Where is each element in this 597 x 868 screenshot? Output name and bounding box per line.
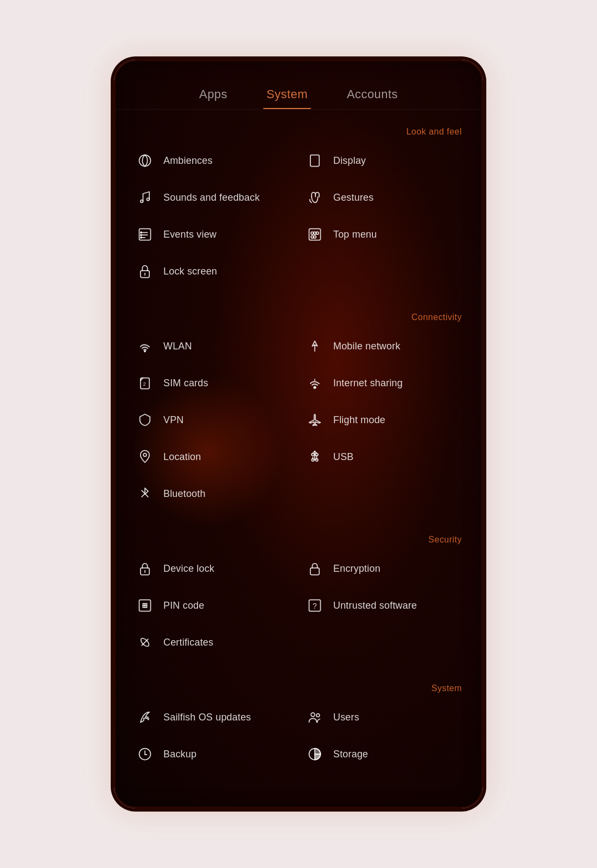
tab-bar: Apps System Accounts xyxy=(116,61,481,110)
pin-code-icon xyxy=(135,596,155,615)
main-content: Apps System Accounts Look and feel Ambie… xyxy=(116,61,481,807)
wlan-icon xyxy=(135,336,155,356)
svg-point-29 xyxy=(315,459,318,462)
section-label-security: Security xyxy=(116,522,481,550)
top-menu-icon xyxy=(305,225,325,244)
menu-item-lock-screen[interactable]: Lock screen xyxy=(129,253,298,290)
menu-item-events-view[interactable]: Events view xyxy=(129,216,298,253)
section-label-connectivity: Connectivity xyxy=(116,299,481,328)
backup-icon xyxy=(135,744,155,764)
menu-item-backup[interactable]: Backup xyxy=(129,736,298,773)
menu-item-wlan[interactable]: WLAN xyxy=(129,328,298,365)
phone-container: Apps System Accounts Look and feel Ambie… xyxy=(114,60,483,808)
svg-rect-31 xyxy=(315,454,318,456)
menu-item-certificates[interactable]: Certificates xyxy=(129,624,298,661)
certificates-icon xyxy=(135,633,155,652)
events-view-label: Events view xyxy=(163,229,217,240)
svg-point-10 xyxy=(141,237,142,238)
tab-apps[interactable]: Apps xyxy=(180,81,247,109)
encryption-label: Encryption xyxy=(333,563,380,575)
pin-code-label: PIN code xyxy=(163,600,204,611)
untrusted-software-label: Untrusted software xyxy=(333,600,417,611)
section-label-system: System xyxy=(116,671,481,699)
sounds-label: Sounds and feedback xyxy=(163,192,260,203)
menu-item-vpn[interactable]: VPN xyxy=(129,401,298,438)
svg-point-8 xyxy=(141,232,142,233)
flight-mode-label: Flight mode xyxy=(333,414,385,426)
usb-label: USB xyxy=(333,451,354,463)
connectivity-grid: WLAN Mobile network 2 SIM cards Internet… xyxy=(116,328,481,512)
sim-cards-label: SIM cards xyxy=(163,378,208,389)
menu-item-display[interactable]: Display xyxy=(298,142,468,179)
lock-screen-icon xyxy=(135,261,155,281)
wlan-label: WLAN xyxy=(163,341,192,352)
tab-accounts[interactable]: Accounts xyxy=(327,81,417,109)
location-label: Location xyxy=(163,451,201,463)
svg-text:2: 2 xyxy=(143,381,146,387)
storage-label: Storage xyxy=(333,749,368,760)
menu-item-pin-code[interactable]: PIN code xyxy=(129,587,298,624)
menu-item-top-menu[interactable]: Top menu xyxy=(298,216,468,253)
system-grid: Sailfish OS updates Users Backup Storage xyxy=(116,699,481,773)
vpn-label: VPN xyxy=(163,414,184,426)
device-lock-label: Device lock xyxy=(163,563,214,575)
tab-system[interactable]: System xyxy=(247,81,327,109)
svg-point-3 xyxy=(147,198,150,201)
usb-icon xyxy=(305,447,325,467)
svg-rect-30 xyxy=(312,454,314,456)
svg-point-16 xyxy=(314,235,316,238)
svg-text:?: ? xyxy=(313,602,317,610)
menu-item-users[interactable]: Users xyxy=(298,699,468,736)
internet-sharing-label: Internet sharing xyxy=(333,378,403,389)
users-icon xyxy=(305,707,325,727)
untrusted-software-icon: ? xyxy=(305,596,325,615)
sim-cards-icon: 2 xyxy=(135,373,155,393)
menu-item-sailfish-updates[interactable]: Sailfish OS updates xyxy=(129,699,298,736)
svg-rect-34 xyxy=(310,568,319,575)
svg-point-46 xyxy=(316,714,320,717)
svg-point-19 xyxy=(144,350,145,352)
mobile-network-icon xyxy=(305,336,325,356)
menu-item-untrusted-software[interactable]: ? Untrusted software xyxy=(298,587,468,624)
menu-item-sim-cards[interactable]: 2 SIM cards xyxy=(129,365,298,401)
ambiences-icon xyxy=(135,151,155,170)
menu-item-usb[interactable]: USB xyxy=(298,438,468,475)
gestures-icon xyxy=(305,188,325,207)
menu-item-ambiences[interactable]: Ambiences xyxy=(129,142,298,179)
flight-mode-icon xyxy=(305,410,325,430)
svg-rect-1 xyxy=(310,155,319,167)
look-and-feel-grid: Ambiences Display Sounds and feedback Ge… xyxy=(116,142,481,290)
menu-item-gestures[interactable]: Gestures xyxy=(298,179,468,216)
svg-point-9 xyxy=(141,234,142,235)
device-lock-icon xyxy=(135,559,155,578)
lock-screen-label: Lock screen xyxy=(163,266,217,277)
top-menu-label: Top menu xyxy=(333,229,377,240)
menu-item-device-lock[interactable]: Device lock xyxy=(129,550,298,587)
sailfish-updates-icon xyxy=(135,707,155,727)
menu-item-internet-sharing[interactable]: Internet sharing xyxy=(298,365,468,401)
svg-point-0 xyxy=(139,155,151,167)
menu-item-flight-mode[interactable]: Flight mode xyxy=(298,401,468,438)
display-label: Display xyxy=(333,155,366,167)
menu-item-location[interactable]: Location xyxy=(129,438,298,475)
vpn-icon xyxy=(135,410,155,430)
security-grid: Device lock Encryption PIN code ? Untrus… xyxy=(116,550,481,661)
certificates-label: Certificates xyxy=(163,637,213,648)
location-icon xyxy=(135,447,155,467)
mobile-network-label: Mobile network xyxy=(333,341,401,352)
ambiences-label: Ambiences xyxy=(163,155,213,167)
users-label: Users xyxy=(333,712,359,723)
sounds-icon xyxy=(135,188,155,207)
bluetooth-label: Bluetooth xyxy=(163,488,206,500)
svg-point-28 xyxy=(312,459,314,462)
menu-item-encryption[interactable]: Encryption xyxy=(298,550,468,587)
menu-item-bluetooth[interactable]: Bluetooth xyxy=(129,475,298,512)
menu-item-sounds[interactable]: Sounds and feedback xyxy=(129,179,298,216)
menu-item-mobile-network[interactable]: Mobile network xyxy=(298,328,468,365)
sailfish-updates-label: Sailfish OS updates xyxy=(163,712,251,723)
menu-item-storage[interactable]: Storage xyxy=(298,736,468,773)
encryption-icon xyxy=(305,559,325,578)
display-icon xyxy=(305,151,325,170)
svg-point-45 xyxy=(311,713,315,717)
bluetooth-icon xyxy=(135,484,155,503)
